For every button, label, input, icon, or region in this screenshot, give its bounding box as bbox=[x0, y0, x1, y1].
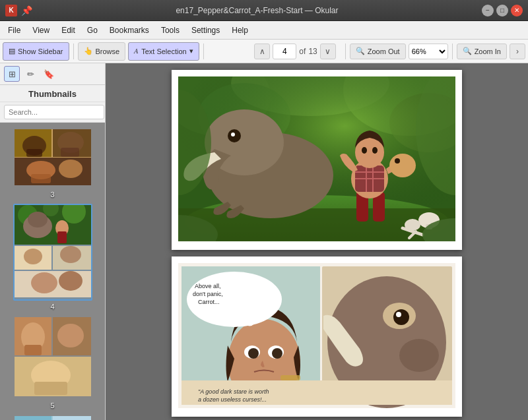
svg-rect-5 bbox=[26, 149, 42, 157]
svg-point-23 bbox=[60, 246, 81, 263]
svg-rect-37 bbox=[53, 416, 91, 420]
page-number-input[interactable] bbox=[273, 44, 296, 59]
svg-point-62 bbox=[362, 147, 367, 154]
toolbar: ▤ Show Sidebar 👆 Browse 𝐴 Text Selection… bbox=[0, 40, 528, 63]
svg-point-25 bbox=[31, 272, 57, 293]
sidebar: ⊞ ✏ 🔖 Thumbnails ▽ bbox=[0, 63, 106, 420]
browse-icon: 👆 bbox=[84, 47, 93, 55]
text-selection-button[interactable]: 𝐴 Text Selection ▾ bbox=[128, 42, 199, 61]
menu-go[interactable]: Go bbox=[82, 24, 103, 37]
menu-help[interactable]: Help bbox=[226, 24, 253, 37]
zoom-in-icon: 🔍 bbox=[463, 47, 472, 55]
menu-settings[interactable]: Settings bbox=[186, 24, 225, 37]
thumb-art-4 bbox=[15, 205, 91, 297]
next-page-button[interactable]: ∨ bbox=[320, 44, 336, 59]
svg-text:Above all,: Above all, bbox=[195, 283, 221, 289]
thumbnail-page-4[interactable]: 4 bbox=[13, 204, 92, 311]
svg-point-17 bbox=[28, 212, 48, 227]
sidebar-title: Thumbnails bbox=[0, 85, 105, 102]
bookmarks-icon-button[interactable]: 🔖 bbox=[41, 66, 57, 82]
more-button[interactable]: › bbox=[510, 44, 525, 59]
page-navigation: ∧ of 13 ∨ bbox=[254, 44, 335, 59]
svg-rect-82 bbox=[280, 375, 300, 380]
thumb-img-5 bbox=[13, 316, 92, 400]
page-art-top bbox=[178, 76, 455, 241]
dropdown-arrow-icon: ▾ bbox=[189, 47, 193, 55]
app-icon: K bbox=[5, 5, 17, 16]
thumbnail-page-3[interactable]: 3 bbox=[13, 128, 92, 198]
maximize-button[interactable]: □ bbox=[496, 5, 508, 16]
zoom-level-select[interactable]: 66% bbox=[409, 44, 448, 59]
svg-text:Carrot...: Carrot... bbox=[198, 299, 220, 305]
svg-point-92 bbox=[399, 339, 439, 372]
sidebar-panel: Thumbnails ▽ bbox=[0, 85, 105, 420]
content-area[interactable]: Above all, don't panic, Carrot... "A go bbox=[106, 63, 528, 420]
toolbar-separator bbox=[73, 44, 74, 59]
svg-point-31 bbox=[57, 324, 84, 347]
annotations-icon-button[interactable]: ✏ bbox=[22, 66, 38, 82]
page-4-bottom: Above all, don't panic, Carrot... "A go bbox=[172, 256, 462, 417]
svg-point-80 bbox=[272, 348, 282, 359]
svg-rect-7 bbox=[61, 148, 79, 157]
thumb-art-3 bbox=[15, 129, 91, 185]
prev-page-button[interactable]: ∧ bbox=[254, 44, 270, 59]
svg-point-50 bbox=[231, 133, 235, 136]
zoom-out-button[interactable]: 🔍 Zoom Out bbox=[350, 44, 406, 59]
zoom-in-button[interactable]: 🔍 Zoom In bbox=[457, 44, 507, 59]
thumbnails-area[interactable]: 3 bbox=[0, 123, 105, 420]
thumb-art-6 bbox=[15, 416, 91, 420]
svg-point-63 bbox=[372, 147, 378, 154]
window-title: en17_Pepper&Carrot_A-Fresh-Start — Okula… bbox=[32, 6, 482, 15]
svg-point-91 bbox=[396, 312, 401, 317]
page-4-top bbox=[172, 70, 462, 250]
main-layout: ⊞ ✏ 🔖 Thumbnails ▽ bbox=[0, 63, 528, 420]
titlebar: K 📌 en17_Pepper&Carrot_A-Fresh-Start — O… bbox=[0, 0, 528, 21]
svg-rect-36 bbox=[15, 416, 51, 420]
minimize-button[interactable]: − bbox=[482, 5, 494, 16]
menu-bookmarks[interactable]: Bookmarks bbox=[104, 24, 154, 37]
svg-point-64 bbox=[389, 154, 416, 177]
browse-button[interactable]: 👆 Browse bbox=[78, 42, 126, 61]
thumbnails-icon-button[interactable]: ⊞ bbox=[4, 66, 20, 82]
menu-tools[interactable]: Tools bbox=[156, 24, 185, 37]
search-bar: ▽ bbox=[0, 102, 105, 123]
svg-point-65 bbox=[395, 158, 400, 164]
svg-point-79 bbox=[248, 348, 259, 359]
svg-rect-9 bbox=[31, 174, 51, 183]
menu-edit[interactable]: Edit bbox=[56, 24, 81, 37]
svg-point-10 bbox=[59, 160, 82, 178]
page-art-bottom: Above all, don't panic, Carrot... "A go bbox=[178, 263, 455, 408]
close-button[interactable]: ✕ bbox=[511, 5, 523, 16]
menubar: File View Edit Go Bookmarks Tools Settin… bbox=[0, 21, 528, 40]
svg-text:don't panic,: don't panic, bbox=[193, 291, 223, 297]
search-input[interactable] bbox=[4, 105, 104, 119]
thumb-art-5 bbox=[15, 317, 91, 396]
text-select-icon: 𝐴 bbox=[134, 47, 139, 55]
menu-view[interactable]: View bbox=[27, 24, 55, 37]
thumb-label-5: 5 bbox=[50, 402, 54, 409]
zoom-controls: 🔍 Zoom Out 66% 🔍 Zoom In › bbox=[344, 44, 525, 59]
svg-point-90 bbox=[393, 309, 409, 325]
page-total: 13 bbox=[308, 47, 317, 56]
menu-file[interactable]: File bbox=[3, 24, 26, 37]
thumb-label-4: 4 bbox=[50, 303, 54, 311]
thumbnail-page-5[interactable]: 5 bbox=[13, 316, 92, 409]
toolbar-separator-4 bbox=[452, 44, 453, 59]
svg-rect-19 bbox=[57, 231, 67, 243]
svg-rect-34 bbox=[34, 382, 67, 395]
svg-rect-29 bbox=[24, 345, 42, 355]
window-controls: − □ ✕ bbox=[482, 5, 523, 16]
thumb-img-4 bbox=[13, 204, 92, 301]
svg-text:"A good dark stare is worth: "A good dark stare is worth bbox=[198, 388, 269, 395]
thumbnail-page-6[interactable] bbox=[13, 415, 92, 420]
toolbar-separator-2 bbox=[203, 44, 204, 59]
sidebar-icon-toolbar: ⊞ ✏ 🔖 bbox=[0, 63, 105, 85]
titlebar-left: K 📌 bbox=[5, 5, 32, 16]
svg-point-26 bbox=[59, 271, 82, 291]
svg-point-22 bbox=[24, 249, 42, 264]
sidebar-icon: ▤ bbox=[9, 47, 15, 55]
zoom-out-icon: 🔍 bbox=[356, 47, 365, 55]
show-sidebar-button[interactable]: ▤ Show Sidebar bbox=[3, 42, 69, 61]
thumb-label-3: 3 bbox=[50, 191, 54, 198]
toolbar-separator-3 bbox=[345, 44, 346, 59]
